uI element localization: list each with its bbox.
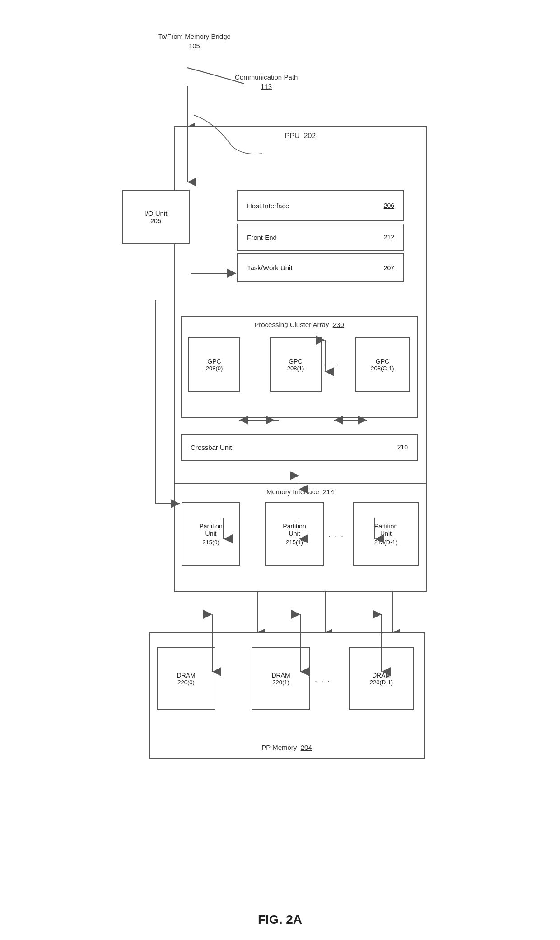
ppu-label: PPU 202 bbox=[285, 132, 316, 140]
partition-d-num: 215(D-1) bbox=[374, 539, 397, 546]
partition0-box: Partition Unit 215(0) bbox=[182, 502, 240, 566]
gpc1-box: GPC 208(1) bbox=[270, 337, 322, 392]
gpc0-label: GPC bbox=[207, 358, 221, 365]
dram1-box: DRAM 220(1) bbox=[252, 647, 310, 710]
dram1-num: 220(1) bbox=[272, 679, 289, 686]
gpc0-box: GPC 208(0) bbox=[188, 337, 240, 392]
partition0-num: 215(0) bbox=[202, 539, 219, 546]
dram0-box: DRAM 220(0) bbox=[157, 647, 215, 710]
processing-cluster-array-box: Processing Cluster Array 230 GPC 208(0) … bbox=[181, 316, 418, 418]
pp-memory-label: PP Memory 204 bbox=[261, 744, 312, 751]
gpc-c-box: GPC 208(C-1) bbox=[355, 337, 410, 392]
dram1-label: DRAM bbox=[271, 672, 290, 679]
host-interface-num: 206 bbox=[384, 202, 394, 209]
task-work-unit-label: Task/Work Unit bbox=[247, 264, 293, 271]
io-unit-num: 205 bbox=[150, 217, 161, 224]
memory-interface-box: Memory Interface 214 Partition Unit 215(… bbox=[174, 483, 427, 592]
task-work-unit-box: Task/Work Unit 207 bbox=[237, 253, 404, 282]
crossbar-unit-label: Crossbar Unit bbox=[191, 444, 232, 451]
crossbar-unit-box: Crossbar Unit 210 bbox=[181, 434, 418, 461]
gpc-c-num: 208(C-1) bbox=[371, 365, 394, 372]
memory-bridge-label: To/From Memory Bridge 105 bbox=[158, 32, 231, 51]
pca-label-area: Processing Cluster Array 230 bbox=[254, 321, 344, 328]
partition-d-box: Partition Unit 215(D-1) bbox=[353, 502, 419, 566]
comm-path-label: Communication Path 113 bbox=[235, 72, 298, 91]
gpc1-num: 208(1) bbox=[287, 365, 304, 372]
dram0-label: DRAM bbox=[177, 672, 195, 679]
io-unit-label: I/O Unit bbox=[145, 210, 168, 217]
partition0-label: Partition Unit bbox=[199, 523, 222, 537]
gpc1-label: GPC bbox=[289, 358, 302, 365]
partition-dots: · · · bbox=[328, 532, 344, 541]
pp-memory-box: DRAM 220(0) DRAM 220(1) · · · DRAM 220(D… bbox=[149, 632, 425, 759]
front-end-num: 212 bbox=[384, 234, 394, 241]
io-unit-box: I/O Unit 205 bbox=[122, 190, 190, 244]
partition1-label: Partition Unit bbox=[283, 523, 306, 537]
gpc0-num: 208(0) bbox=[206, 365, 223, 372]
partition1-num: 215(1) bbox=[286, 539, 303, 546]
fig-label: FIG. 2A bbox=[86, 912, 474, 927]
partition1-box: Partition Unit 215(1) bbox=[265, 502, 324, 566]
dram0-num: 220(0) bbox=[177, 679, 195, 686]
partition-d-label: Partition Unit bbox=[374, 523, 397, 537]
task-work-unit-num: 207 bbox=[384, 264, 394, 271]
host-interface-label: Host Interface bbox=[247, 202, 289, 210]
dram-d-label: DRAM bbox=[372, 672, 391, 679]
gpc-c-label: GPC bbox=[376, 358, 389, 365]
front-end-box: Front End 212 bbox=[237, 224, 404, 251]
host-interface-box: Host Interface 206 bbox=[237, 190, 404, 221]
dram-d-box: DRAM 220(D-1) bbox=[349, 647, 414, 710]
crossbar-unit-num: 210 bbox=[397, 444, 408, 451]
front-end-label: Front End bbox=[247, 234, 277, 241]
dram-d-num: 220(D-1) bbox=[370, 679, 393, 686]
gpc-dots: · · · bbox=[324, 360, 340, 369]
dram-dots: · · · bbox=[315, 676, 331, 686]
mi-label-area: Memory Interface 214 bbox=[266, 488, 334, 496]
